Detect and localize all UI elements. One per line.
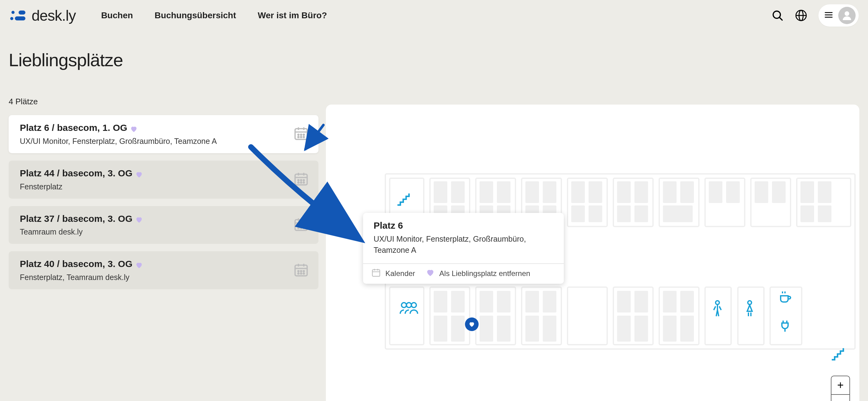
heart-icon <box>135 170 143 180</box>
coffee-icon <box>778 290 793 306</box>
annotation-arrow-icon <box>245 141 375 252</box>
stairs-icon <box>830 345 847 364</box>
avatar <box>838 7 856 24</box>
popover-calendar-action[interactable]: Kalender <box>371 268 415 279</box>
favorite-marker[interactable] <box>465 318 478 331</box>
svg-point-52 <box>303 273 304 274</box>
annotation-arrow-icon <box>300 122 331 156</box>
svg-point-48 <box>301 270 302 271</box>
svg-point-51 <box>301 273 302 274</box>
calendar-icon <box>371 268 381 279</box>
stairs-icon <box>395 191 413 209</box>
place-title: Platz 44 / basecom, 3. OG <box>20 168 132 178</box>
popover-unfavorite-label: Als Lieblingsplatz entfernen <box>439 269 530 278</box>
nav-right <box>771 4 859 27</box>
floorplan-panel[interactable]: Platz 6 UX/UI Monitor, Fensterplatz, Gro… <box>326 105 859 401</box>
place-title: Platz 6 / basecom, 1. OG <box>20 123 127 133</box>
heart-icon <box>426 268 435 279</box>
brand-logo-mark-icon <box>9 9 30 22</box>
svg-point-3 <box>10 17 13 20</box>
svg-point-1 <box>11 11 14 14</box>
heart-icon <box>135 261 143 270</box>
page-title: Lieblingsplätze <box>9 49 318 70</box>
svg-point-17 <box>298 134 299 135</box>
page-body: Lieblingsplätze 4 Plätze Platz 6 / basec… <box>0 31 868 401</box>
place-card[interactable]: Platz 40 / basecom, 3. OG Fensterplatz, … <box>9 251 318 289</box>
popover-title: Platz 6 <box>374 220 553 231</box>
svg-point-50 <box>298 273 299 274</box>
popover-unfavorite-action[interactable]: Als Lieblingsplatz entfernen <box>426 268 530 279</box>
svg-rect-58 <box>372 269 380 276</box>
svg-point-56 <box>716 301 719 304</box>
heart-icon <box>130 125 138 134</box>
account-menu[interactable] <box>818 4 859 27</box>
place-subtitle: Fensterplatz, Teamraum desk.ly <box>20 273 287 282</box>
calendar-icon[interactable] <box>293 262 309 279</box>
nav-link-who[interactable]: Wer ist im Büro? <box>258 10 327 21</box>
restroom-female-icon <box>745 300 755 319</box>
desk-popover: Platz 6 UX/UI Monitor, Fensterplatz, Gro… <box>363 213 564 284</box>
language-globe-icon[interactable] <box>795 9 807 22</box>
navbar: desk.ly Buchen Buchungsübersicht Wer ist… <box>0 0 868 31</box>
heart-icon <box>135 216 143 225</box>
svg-rect-0 <box>19 10 25 14</box>
power-plug-icon <box>778 319 793 335</box>
svg-point-49 <box>303 270 304 271</box>
svg-point-12 <box>845 11 849 16</box>
svg-point-54 <box>406 303 411 307</box>
meeting-room-icon <box>398 300 420 316</box>
svg-line-5 <box>779 17 782 20</box>
svg-rect-2 <box>15 16 25 21</box>
nav-link-buchen[interactable]: Buchen <box>101 10 133 21</box>
places-count: 4 Plätze <box>9 97 318 106</box>
zoom-in-button[interactable]: + <box>832 376 849 395</box>
brand-logo[interactable]: desk.ly <box>9 7 75 24</box>
zoom-out-button[interactable]: − <box>832 395 849 401</box>
svg-point-55 <box>411 303 416 307</box>
place-title: Platz 40 / basecom, 3. OG <box>20 259 132 269</box>
nav-links: Buchen Buchungsübersicht Wer ist im Büro… <box>101 10 327 21</box>
svg-point-20 <box>298 137 299 138</box>
svg-point-53 <box>401 303 406 307</box>
place-title: Platz 37 / basecom, 3. OG <box>20 213 132 224</box>
brand-name: desk.ly <box>32 7 75 24</box>
popover-calendar-label: Kalender <box>385 269 415 278</box>
nav-link-overview[interactable]: Buchungsübersicht <box>155 10 236 21</box>
hamburger-icon <box>824 10 833 21</box>
search-icon[interactable] <box>771 9 784 22</box>
svg-point-47 <box>298 270 299 271</box>
restroom-male-icon <box>712 300 722 319</box>
zoom-controls: + − <box>831 376 850 401</box>
popover-subtitle: UX/UI Monitor, Fensterplatz, Großraumbür… <box>374 233 553 256</box>
